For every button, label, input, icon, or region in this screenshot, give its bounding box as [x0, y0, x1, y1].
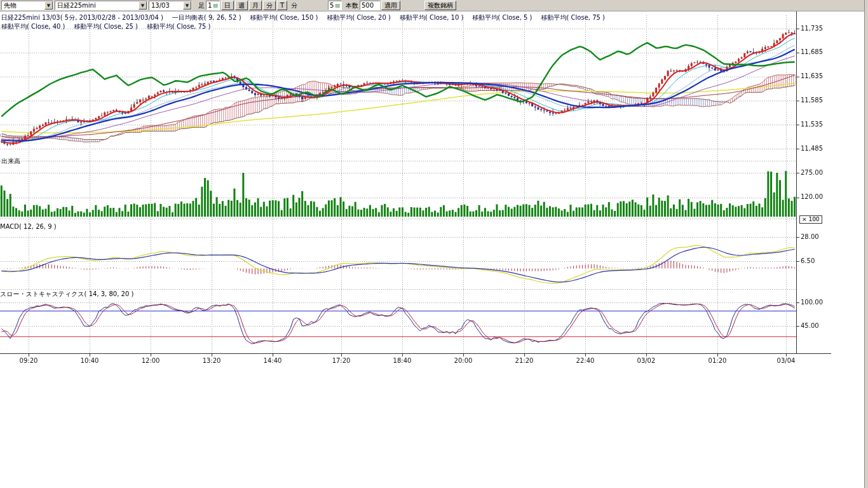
- period-button-2[interactable]: 月: [249, 1, 262, 10]
- bar-chart-icon: ▤: [213, 3, 218, 8]
- bars-per-candle-value: 5: [330, 2, 334, 9]
- instrument-type-value: 先物: [2, 1, 18, 10]
- apply-button[interactable]: 適用: [381, 1, 400, 10]
- volume-panel-title: 出来高: [1, 157, 20, 166]
- period-button-1[interactable]: 週: [235, 1, 248, 10]
- bar-count-value: 500: [362, 2, 374, 9]
- bar-chart-icon: ▤: [335, 3, 340, 8]
- minute-label: 分: [291, 1, 297, 10]
- multi-symbol-button[interactable]: 複数銘柄: [424, 1, 456, 10]
- volume-multiplier-badge: × 100: [799, 215, 822, 224]
- stoch-panel-title: スロー・ストキャスティクス( 14, 3, 80, 20 ): [0, 290, 133, 299]
- contract-month-select[interactable]: 13/03 ▼: [149, 1, 192, 10]
- toolbar: 先物 ▼ 日経225mini ▼ 13/03 ▼ 足 1 ▤ 日週月分 T 分 …: [0, 0, 868, 11]
- bar-interval-value: 1: [208, 2, 212, 9]
- symbol-select[interactable]: 日経225mini ▼: [55, 1, 147, 10]
- instrument-type-select[interactable]: 先物 ▼: [1, 1, 53, 10]
- chevron-down-icon[interactable]: ▼: [44, 1, 53, 10]
- period-button-3[interactable]: 分: [263, 1, 276, 10]
- bars-per-candle-input[interactable]: 5 ▤: [328, 1, 342, 10]
- chart-area: 日経225mini 13/03( 5分, 2013/02/28 - 2013/0…: [0, 11, 868, 488]
- bar-count-input[interactable]: 500: [360, 1, 380, 10]
- chevron-down-icon[interactable]: ▼: [183, 1, 191, 10]
- bar-count-label: 本数: [346, 1, 358, 10]
- symbol-value: 日経225mini: [55, 1, 98, 10]
- bar-interval-input[interactable]: 1 ▤: [206, 1, 220, 10]
- chevron-down-icon[interactable]: ▼: [139, 1, 147, 10]
- period-button-0[interactable]: 日: [221, 1, 234, 10]
- bar-type-label: 足: [198, 1, 205, 10]
- tick-button[interactable]: T: [277, 1, 287, 10]
- period-button-group: 日週月分: [221, 1, 276, 10]
- macd-panel-title: MACD( 12, 26, 9 ): [0, 223, 57, 230]
- price-chart-canvas[interactable]: [0, 11, 832, 367]
- window-right-border: [864, 0, 868, 488]
- contract-month-value: 13/03: [149, 2, 172, 9]
